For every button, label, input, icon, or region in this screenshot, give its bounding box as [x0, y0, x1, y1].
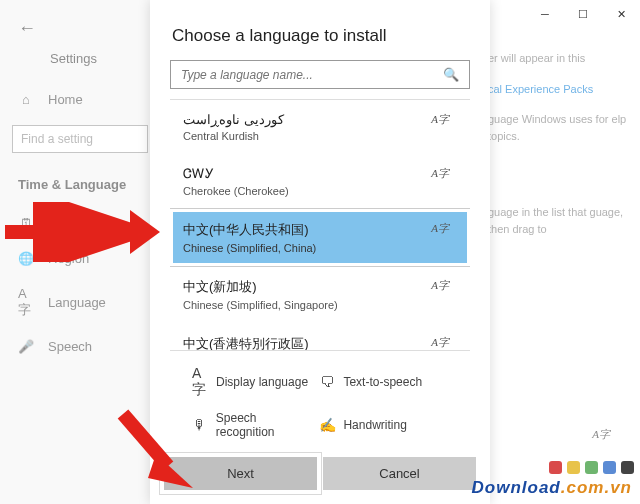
nav-home[interactable]: ⌂ Home [0, 82, 160, 117]
language-item-cherokee[interactable]: ᏣᎳᎩ Cherokee (Cherokee) A字 [170, 154, 470, 209]
language-item-kurdish[interactable]: کوردیی ناوەڕاست Central Kurdish A字 [170, 100, 470, 154]
lang-native: ᏣᎳᎩ [183, 166, 289, 182]
find-setting-input[interactable]: Find a setting [12, 125, 148, 153]
handwriting-icon: ✍ [319, 417, 335, 433]
lang-native: 中文(香港特別行政區) [183, 335, 372, 350]
language-search-input[interactable] [181, 68, 443, 82]
language-item-chinese-simplified-singapore[interactable]: 中文(新加坡) Chinese (Simplified, Singapore) … [170, 266, 470, 323]
nav-label: Speech [48, 339, 92, 354]
nav-speech[interactable]: 🎤 Speech [0, 329, 160, 364]
cancel-button[interactable]: Cancel [323, 457, 476, 490]
info-text: guage in the list that guage, then drag … [488, 204, 632, 237]
tts-icon: 🗨 [319, 374, 335, 390]
annotation-arrow-2 [108, 406, 208, 496]
lang-native: 中文(中华人民共和国) [183, 221, 316, 239]
language-item-chinese-traditional-hk[interactable]: 中文(香港特別行政區) Chinese (Traditional, Hong K… [170, 323, 470, 350]
language-badge-icon: A字 [431, 221, 457, 236]
language-badge-icon: A字 [431, 166, 457, 181]
right-pane: er will appear in this cal Experience Pa… [480, 0, 640, 504]
microphone-icon: 🎤 [18, 339, 34, 354]
settings-window: ─ ☐ ✕ ← Settings ⌂ Home Find a setting T… [0, 0, 640, 504]
feature-display-language: A字 Display language [192, 361, 317, 403]
search-icon: 🔍 [443, 67, 459, 82]
lang-native: کوردیی ناوەڕاست [183, 112, 284, 127]
dialog-title: Choose a language to install [150, 0, 490, 60]
lang-english: Chinese (Simplified, China) [183, 242, 316, 254]
annotation-arrow-1 [0, 202, 160, 262]
svg-line-2 [123, 414, 168, 466]
nav-language[interactable]: A字 Language [0, 276, 160, 329]
svg-marker-1 [130, 210, 160, 254]
feature-label: Speech recognition [216, 411, 318, 439]
info-text: guage Windows uses for elp topics. [488, 111, 632, 144]
language-badge-icon: A字 [431, 335, 457, 350]
experience-packs-link[interactable]: cal Experience Packs [488, 81, 632, 98]
lang-english: Cherokee (Cherokee) [183, 185, 289, 197]
nav-label: Language [48, 295, 106, 310]
language-badge-icon: A字 [431, 112, 457, 127]
feature-label: Display language [216, 375, 308, 389]
home-icon: ⌂ [18, 92, 34, 107]
lang-english: Central Kurdish [183, 130, 284, 142]
watermark: Download.com.vn [472, 478, 632, 498]
feature-speech-recognition: 🎙 Speech recognition [192, 407, 317, 443]
feature-label: Handwriting [343, 418, 406, 432]
language-list[interactable]: کوردیی ناوەڕاست Central Kurdish A字 ᏣᎳᎩ C… [170, 99, 470, 350]
language-badge-icon: A字 [431, 278, 457, 293]
display-icon: A字 [192, 365, 208, 399]
watermark-part1: Download [472, 478, 561, 497]
language-badge-icon: A字 [592, 427, 610, 442]
language-icon: A字 [18, 286, 34, 319]
lang-native: 中文(新加坡) [183, 278, 338, 296]
watermark-dots [549, 461, 634, 474]
feature-text-to-speech: 🗨 Text-to-speech [319, 361, 444, 403]
feature-label: Text-to-speech [343, 375, 422, 389]
back-button[interactable]: ← [0, 10, 160, 47]
feature-handwriting: ✍ Handwriting [319, 407, 444, 443]
nav-home-label: Home [48, 92, 83, 107]
section-label: Time & Language [0, 171, 160, 206]
lang-english: Chinese (Simplified, Singapore) [183, 299, 338, 311]
info-text: er will appear in this [488, 50, 632, 67]
language-features: A字 Display language 🗨 Text-to-speech 🎙 S… [170, 350, 470, 451]
language-item-chinese-simplified-china[interactable]: 中文(中华人民共和国) Chinese (Simplified, China) … [170, 209, 470, 266]
language-search-box[interactable]: 🔍 [170, 60, 470, 89]
settings-title: Settings [0, 47, 160, 82]
watermark-part2: .com.vn [561, 478, 632, 497]
